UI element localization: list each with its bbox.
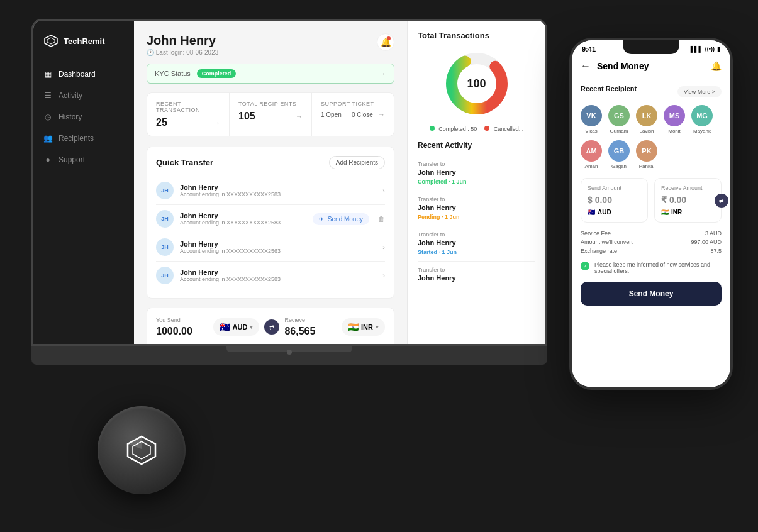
phone-title: Send Money xyxy=(597,61,711,71)
activity-name: John Henry xyxy=(418,274,535,282)
rate-item: × 87 Conversion rate xyxy=(315,343,367,344)
recipient-account: Account ending in XXXXXXXXXXX2563 xyxy=(180,248,376,254)
receive-currency-label: INR xyxy=(361,323,373,331)
status-badge: Started · 1 Jun xyxy=(418,248,535,256)
activity-title: Recent Activity xyxy=(418,141,535,150)
activity-label: Transfer to xyxy=(418,231,535,238)
list-item: Transfer to John Henry Started · 1 Jun xyxy=(418,226,535,262)
checkbox-text: Please keep me informed of new services … xyxy=(594,262,722,274)
list-item[interactable]: GB Gagan xyxy=(608,140,630,169)
recv-name: Lavish xyxy=(639,128,654,134)
activity-name: John Henry xyxy=(418,169,535,176)
send-money-inline-button[interactable]: ✈ Send Money xyxy=(313,213,369,225)
list-item[interactable]: AM Aman xyxy=(581,140,602,169)
list-item[interactable]: GS Gurnam xyxy=(608,105,630,134)
bell-button[interactable]: 🔔 xyxy=(377,33,394,51)
list-item[interactable]: VK Vikas xyxy=(581,105,602,134)
receive-currency-select[interactable]: 🇮🇳 INR ▾ xyxy=(342,318,385,336)
send-amount-group: You Send 1000.00 xyxy=(156,317,208,337)
avatar: JH xyxy=(156,210,174,228)
laptop-screen: TechRemit ▦ Dashboard ☰ Activity ◷ Histo… xyxy=(33,21,545,344)
phone-send-money-button[interactable]: Send Money xyxy=(581,282,722,306)
avatar: LK xyxy=(636,105,657,126)
transfer-form: You Send 1000.00 🇦🇺 AUD ▾ ⇄ Recieve xyxy=(147,308,394,344)
amount-cards: Send Amount $ 0.00 🇦🇺 AUD ⇄ Receive Amou… xyxy=(581,178,722,223)
stat-recent-row: 25 → xyxy=(156,117,220,128)
sidebar-item-support[interactable]: ● Support xyxy=(33,149,134,170)
avatar: PK xyxy=(636,140,657,162)
table-row: JH John Henry Account ending in XXXXXXXX… xyxy=(156,177,385,205)
chevron-down-icon: ▾ xyxy=(250,324,253,330)
round-logo xyxy=(123,431,160,469)
round-button xyxy=(98,406,186,494)
chevron-down-icon: ▾ xyxy=(376,324,379,330)
receive-amount-value: 86,565 xyxy=(284,326,337,337)
stat-recent-label: RECENT TRANSACTION xyxy=(156,101,220,113)
convert-line: Amount we'll convert 997.00 AUD xyxy=(581,238,722,247)
receive-amount-card[interactable]: Receive Amount ₹ 0.00 🇮🇳 INR xyxy=(654,178,722,223)
sidebar-item-dashboard[interactable]: ▦ Dashboard xyxy=(33,64,134,85)
send-label: You Send xyxy=(156,317,208,323)
recv-name: Aman xyxy=(585,163,598,169)
exchange-label: Exchange rate xyxy=(581,248,617,254)
swap-icon[interactable]: ⇄ xyxy=(715,194,728,208)
stats-row: RECENT TRANSACTION 25 → TOTAL RECIPIENTS… xyxy=(147,92,394,136)
recv-name: Gagan xyxy=(611,163,627,169)
view-more-button[interactable]: View More > xyxy=(677,86,722,97)
back-button[interactable]: ← xyxy=(581,60,591,72)
add-recipients-button[interactable]: Add Recipients xyxy=(329,156,385,169)
fee-details: Service Fee 3 AUD Amount we'll convert 9… xyxy=(581,229,722,255)
convert-item: = 995.00 AUD Amount we'll convert xyxy=(215,343,304,344)
page-header: John Henry 🕐 Last login: 08-06-2023 🔔 xyxy=(147,33,394,56)
stat-recent-transaction[interactable]: RECENT TRANSACTION 25 → xyxy=(147,93,230,136)
phone: 9:41 ▌▌▌ ((•)) ▮ ← Send Money 🔔 Recent R… xyxy=(569,38,733,390)
receive-currency: INR xyxy=(671,209,682,216)
stat-support-row: 1 Open 0 Close → xyxy=(321,111,385,118)
table-row: JH John Henry Account ending in XXXXXXXX… xyxy=(156,205,385,233)
check-icon[interactable]: ✓ xyxy=(581,262,589,270)
trash-icon[interactable]: 🗑 xyxy=(378,215,385,223)
sidebar-label-history: History xyxy=(59,113,82,121)
kyc-badge: Completed xyxy=(197,69,237,78)
aud-flag: 🇦🇺 xyxy=(588,209,595,216)
stat-support-ticket[interactable]: SUPPORT TICKET 1 Open 0 Close → xyxy=(312,93,394,136)
status-badge: Pending · 1 Jun xyxy=(418,213,535,221)
stat-recipients-arrow: → xyxy=(296,113,303,120)
inr-flag: 🇮🇳 xyxy=(348,322,359,332)
avatar: VK xyxy=(581,105,602,126)
recv-name: Gurnam xyxy=(610,128,628,134)
stat-total-recipients[interactable]: TOTAL RECIPIENTS 105 → xyxy=(230,93,312,136)
form-amounts-row: You Send 1000.00 🇦🇺 AUD ▾ ⇄ Recieve xyxy=(156,317,385,337)
sidebar-item-recipients[interactable]: 👥 Recipients xyxy=(33,128,134,149)
recipient-account: Account ending in XXXXXXXXXXX2583 xyxy=(180,219,306,226)
send-currency-select[interactable]: 🇦🇺 AUD ▾ xyxy=(213,318,260,336)
list-item: Transfer to John Henry xyxy=(418,262,535,289)
phone-bell-icon[interactable]: 🔔 xyxy=(711,61,722,71)
table-row: JH John Henry Account ending in XXXXXXXX… xyxy=(156,233,385,262)
kyc-banner[interactable]: KYC Status Completed → xyxy=(147,64,394,84)
list-item[interactable]: LK Lavish xyxy=(636,105,657,134)
service-fee-label: Service Fee xyxy=(581,230,611,236)
laptop-body: TechRemit ▦ Dashboard ☰ Activity ◷ Histo… xyxy=(31,19,547,346)
list-item[interactable]: MS Mohit xyxy=(664,105,685,134)
status-icons: ▌▌▌ ((•)) ▮ xyxy=(691,46,720,52)
notification-dot xyxy=(387,36,391,40)
status-badge: Completed · 1 Jun xyxy=(418,178,535,186)
battery-icon: ▮ xyxy=(717,46,720,52)
send-currency-label: AUD xyxy=(233,323,248,331)
row-arrow-icon: › xyxy=(382,272,385,279)
stat-recipients-row: 105 → xyxy=(238,111,303,122)
list-item[interactable]: MG Mayank xyxy=(691,105,713,134)
list-item[interactable]: PK Pankaj xyxy=(636,140,657,169)
row-arrow-icon: › xyxy=(382,187,385,194)
send-amount-card[interactable]: Send Amount $ 0.00 🇦🇺 AUD xyxy=(581,178,648,223)
wifi-icon: ((•)) xyxy=(705,46,715,52)
sidebar-item-activity[interactable]: ☰ Activity xyxy=(33,85,134,106)
laptop-camera xyxy=(287,350,292,355)
recipient-account: Account ending in XXXXXXXXXXX2583 xyxy=(180,191,376,197)
laptop-base xyxy=(31,346,547,365)
recipient-info: John Henry Account ending in XXXXXXXXXXX… xyxy=(180,269,376,282)
activity-label: Transfer to xyxy=(418,161,535,167)
send-currency: AUD xyxy=(598,209,611,216)
sidebar-item-history[interactable]: ◷ History xyxy=(33,106,134,128)
